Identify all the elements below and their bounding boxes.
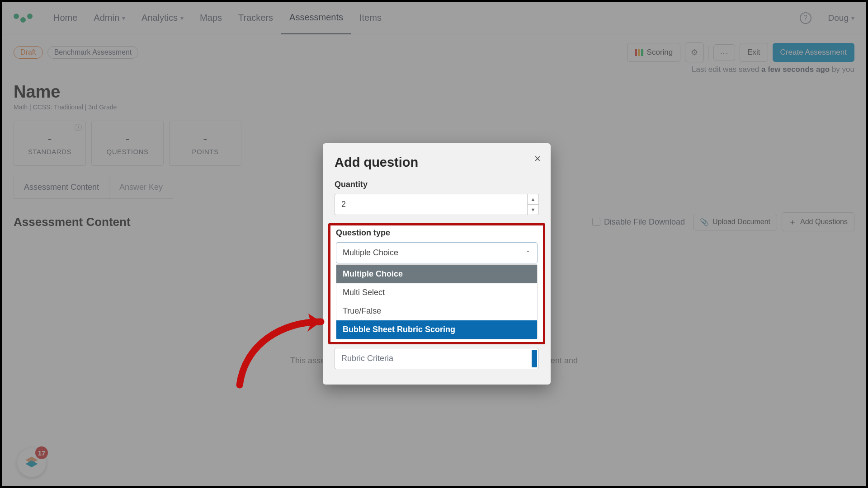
exit-button[interactable]: Exit	[740, 43, 768, 62]
notifications-widget[interactable]: 17	[17, 448, 46, 477]
notification-count-badge: 17	[35, 446, 48, 459]
last-saved-text: Last edit was saved a few seconds ago by…	[2, 62, 866, 74]
action-bar: Draft Benchmark Assessment Scoring ⚙ ⋮ E…	[2, 34, 866, 62]
stat-points: - POINTS	[169, 121, 241, 166]
question-type-label: Question type	[336, 228, 538, 238]
chevron-up-icon: ⌃	[525, 249, 531, 257]
gear-icon: ⚙	[691, 47, 698, 57]
page-title: Name	[14, 82, 854, 102]
divider	[820, 11, 820, 25]
option-multi-select[interactable]: Multi Select	[336, 283, 537, 302]
question-type-select[interactable]: Multiple Choice ⌃	[336, 242, 538, 263]
nav-analytics[interactable]: Analytics▾	[133, 2, 192, 34]
help-icon[interactable]: ?	[800, 12, 811, 24]
benchmark-badge: Benchmark Assessment	[47, 46, 139, 59]
scoring-button[interactable]: Scoring	[627, 43, 681, 62]
breadcrumb: Math | CCSS: Traditional | 3rd Grade	[14, 103, 854, 111]
quantity-down-button[interactable]: ▼	[527, 204, 539, 215]
kebab-icon: ⋮	[719, 49, 729, 56]
settings-button[interactable]: ⚙	[685, 42, 704, 62]
tab-answer-key[interactable]: Answer Key	[109, 176, 173, 199]
nav-items[interactable]: Items	[351, 2, 390, 34]
divider	[708, 46, 709, 59]
attachment-icon: 📎	[700, 218, 709, 226]
scroll-indicator	[532, 350, 537, 367]
more-button[interactable]: ⋮	[713, 44, 735, 61]
section-title: Assessment Content	[14, 215, 131, 229]
upload-document-button[interactable]: 📎 Upload Document	[693, 214, 777, 230]
scoring-icon	[635, 49, 643, 56]
rubric-criteria-input[interactable]	[335, 348, 539, 369]
app-root: Home Admin▾ Analytics▾ Maps Trackers Ass…	[2, 2, 866, 486]
option-bubble-sheet-rubric[interactable]: Bubble Sheet Rubric Scoring	[336, 320, 537, 339]
top-nav: Home Admin▾ Analytics▾ Maps Trackers Ass…	[2, 2, 866, 34]
question-type-highlight: Question type Multiple Choice ⌃ Multiple…	[328, 223, 545, 344]
tab-assessment-content[interactable]: Assessment Content	[14, 176, 109, 199]
add-question-modal: × Add question Quantity ▲ ▼ Question typ…	[323, 143, 551, 385]
nav-admin[interactable]: Admin▾	[85, 2, 133, 34]
nav-assessments[interactable]: Assessments	[281, 2, 351, 34]
svg-marker-1	[25, 460, 38, 467]
close-icon[interactable]: ×	[534, 152, 541, 165]
add-questions-button[interactable]: ＋ Add Questions	[782, 212, 854, 231]
nav-home[interactable]: Home	[45, 2, 85, 34]
modal-title: Add question	[335, 155, 539, 170]
plus-icon: ＋	[788, 216, 797, 227]
info-icon[interactable]: i	[75, 124, 82, 131]
svg-marker-2	[307, 314, 321, 332]
nav-trackers[interactable]: Trackers	[230, 2, 281, 34]
chevron-down-icon: ▾	[851, 14, 854, 22]
nav-maps[interactable]: Maps	[192, 2, 230, 34]
quantity-label: Quantity	[335, 180, 539, 189]
disable-download-checkbox[interactable]: Disable File Download	[592, 217, 685, 227]
stat-standards: i - STANDARDS	[14, 121, 86, 166]
checkbox-icon	[592, 218, 600, 226]
quantity-input[interactable]	[335, 194, 527, 215]
question-type-dropdown: Multiple Choice Multi Select True/False …	[336, 264, 538, 339]
logo-icon	[14, 14, 33, 23]
create-assessment-button[interactable]: Create Assessment	[773, 43, 854, 62]
stat-questions: - QUESTIONS	[91, 121, 164, 166]
option-true-false[interactable]: True/False	[336, 302, 537, 320]
option-multiple-choice[interactable]: Multiple Choice	[336, 265, 537, 283]
chevron-down-icon: ▾	[122, 14, 125, 22]
quantity-up-button[interactable]: ▲	[527, 194, 539, 204]
user-menu[interactable]: Doug▾	[828, 13, 854, 23]
draft-badge: Draft	[14, 46, 43, 59]
chevron-down-icon: ▾	[180, 14, 184, 22]
quantity-stepper: ▲ ▼	[527, 194, 539, 215]
